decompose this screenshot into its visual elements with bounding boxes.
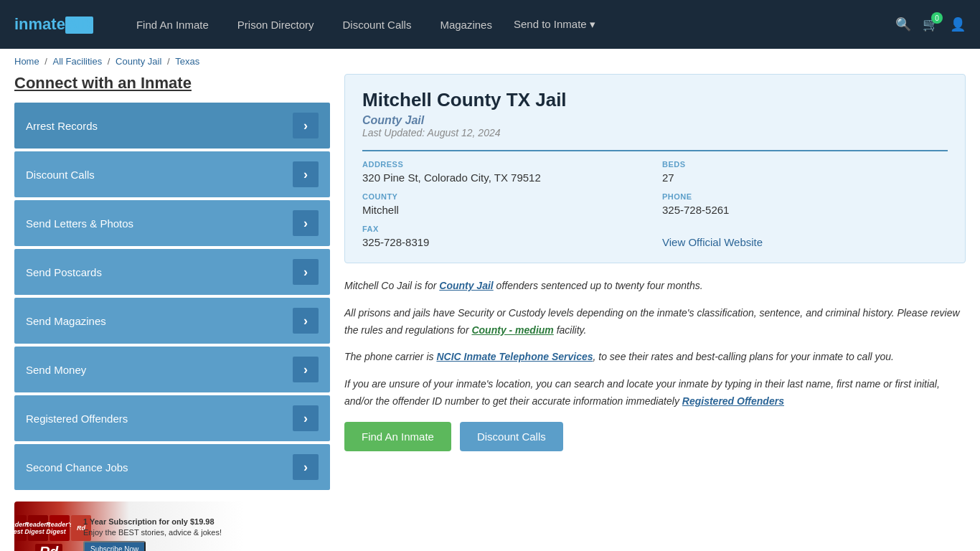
facility-updated: Last Updated: August 12, 2024 xyxy=(362,127,948,138)
nav-icons: 🔍 🛒 0 👤 xyxy=(895,17,966,32)
facility-card: Mitchell County TX Jail County Jail Last… xyxy=(344,74,966,263)
discount-calls-button[interactable]: Discount Calls xyxy=(460,422,563,451)
registered-offenders-link[interactable]: Registered Offenders xyxy=(682,395,784,407)
main-container: Connect with an Inmate Arrest Records › … xyxy=(0,74,980,551)
sidebar-item-label: Send Money xyxy=(26,364,86,376)
logo-text: inmateAID xyxy=(14,15,93,34)
sidebar-item-second-chance-jobs[interactable]: Second Chance Jobs › xyxy=(14,444,330,490)
sidebar-menu: Arrest Records › Discount Calls › Send L… xyxy=(14,103,330,490)
address-value: 320 Pine St, Colorado City, TX 79512 xyxy=(362,171,648,184)
nav-magazines[interactable]: Magazines xyxy=(425,19,507,31)
county-value: Mitchell xyxy=(362,204,648,216)
desc-para3-pre: The phone carrier is xyxy=(344,351,436,362)
sidebar-item-send-letters[interactable]: Send Letters & Photos › xyxy=(14,200,330,246)
sidebar-item-label: Second Chance Jobs xyxy=(26,461,128,474)
sidebar-item-label: Arrest Records xyxy=(26,120,98,132)
ad-logo: Rd xyxy=(35,544,63,552)
desc-para1: Mitchell Co Jail is for County Jail offe… xyxy=(344,278,966,295)
phone-group: PHONE 325-728-5261 xyxy=(662,192,948,216)
address-label: ADDRESS xyxy=(362,160,648,169)
facility-name: Mitchell County TX Jail xyxy=(362,89,948,111)
sidebar-item-label: Discount Calls xyxy=(26,169,95,181)
fax-label: FAX xyxy=(362,225,648,233)
sidebar-title: Connect with an Inmate xyxy=(14,74,330,93)
desc-para1-post: offenders sentenced up to twenty four mo… xyxy=(494,280,703,291)
breadcrumb-county-jail[interactable]: County Jail xyxy=(116,56,161,67)
nav-send-to-inmate[interactable]: Send to Inmate ▾ xyxy=(507,18,603,31)
beds-label: BEDS xyxy=(662,160,948,169)
beds-group: BEDS 27 xyxy=(662,160,948,184)
ncic-link[interactable]: NCIC Inmate Telephone Services xyxy=(436,351,593,362)
logo[interactable]: inmateAID xyxy=(14,15,93,34)
sidebar-item-send-postcards[interactable]: Send Postcards › xyxy=(14,249,330,295)
county-jail-link[interactable]: County Jail xyxy=(439,280,493,291)
desc-para1-pre: Mitchell Co Jail is for xyxy=(344,280,439,291)
cart-icon[interactable]: 🛒 0 xyxy=(923,17,938,32)
nav-find-inmate[interactable]: Find An Inmate xyxy=(122,19,223,31)
breadcrumb-all-facilities[interactable]: All Facilities xyxy=(53,56,103,67)
ad-inner: Reader'sDigest Reader'sDigest Reader'sDi… xyxy=(14,501,244,551)
ad-tagline: 1 Year Subscription for only $19.98 xyxy=(83,517,232,526)
content-area: Mitchell County TX Jail County Jail Last… xyxy=(344,74,966,551)
header: inmateAID Find An Inmate Prison Director… xyxy=(0,0,980,49)
sidebar: Connect with an Inmate Arrest Records › … xyxy=(14,74,330,551)
main-nav: Find An Inmate Prison Directory Discount… xyxy=(122,18,895,31)
sidebar-item-label: Send Letters & Photos xyxy=(26,217,133,230)
sidebar-item-registered-offenders[interactable]: Registered Offenders › xyxy=(14,395,330,441)
sidebar-item-label: Registered Offenders xyxy=(26,413,128,425)
nav-prison-directory[interactable]: Prison Directory xyxy=(223,19,329,31)
view-official-website-link[interactable]: View Official Website xyxy=(662,236,763,248)
beds-value: 27 xyxy=(662,171,948,184)
desc-para2: All prisons and jails have Security or C… xyxy=(344,305,966,339)
cart-badge: 0 xyxy=(931,12,943,24)
sidebar-item-send-money[interactable]: Send Money › xyxy=(14,347,330,392)
sidebar-item-send-magazines[interactable]: Send Magazines › xyxy=(14,298,330,344)
chevron-right-icon: › xyxy=(293,161,319,187)
chevron-right-icon: › xyxy=(293,405,319,431)
sidebar-item-label: Send Magazines xyxy=(26,315,106,327)
user-icon[interactable]: 👤 xyxy=(950,17,966,32)
sidebar-ad[interactable]: Reader'sDigest Reader'sDigest Reader'sDi… xyxy=(14,501,244,551)
ad-subtitle: Enjoy the BEST stories, advice & jokes! xyxy=(83,528,232,537)
nav-discount-calls[interactable]: Discount Calls xyxy=(329,19,426,31)
sidebar-item-label: Send Postcards xyxy=(26,266,102,278)
search-icon[interactable]: 🔍 xyxy=(895,17,911,32)
chevron-right-icon: › xyxy=(293,210,319,236)
find-inmate-button[interactable]: Find An Inmate xyxy=(344,422,451,451)
bottom-buttons: Find An Inmate Discount Calls xyxy=(344,422,966,451)
county-group: COUNTY Mitchell xyxy=(362,192,648,216)
fax-group: FAX 325-728-8319 xyxy=(362,225,648,248)
breadcrumb: Home / All Facilities / County Jail / Te… xyxy=(0,49,980,74)
ad-subscribe-button[interactable]: Subscribe Now xyxy=(83,541,146,551)
desc-para3: The phone carrier is NCIC Inmate Telepho… xyxy=(344,349,966,366)
chevron-right-icon: › xyxy=(293,454,319,480)
chevron-right-icon: › xyxy=(293,259,319,285)
chevron-right-icon: › xyxy=(293,113,319,138)
desc-para4-text: If you are unsure of your inmate's locat… xyxy=(344,378,940,407)
sidebar-item-arrest-records[interactable]: Arrest Records › xyxy=(14,103,330,149)
desc-para2-pre: All prisons and jails have Security or C… xyxy=(344,307,960,336)
county-label: COUNTY xyxy=(362,192,648,201)
desc-para2-post: facility. xyxy=(554,324,587,336)
facility-details: ADDRESS 320 Pine St, Colorado City, TX 7… xyxy=(362,160,948,248)
description: Mitchell Co Jail is for County Jail offe… xyxy=(344,278,966,410)
phone-value: 325-728-5261 xyxy=(662,204,948,216)
breadcrumb-texas[interactable]: Texas xyxy=(175,56,199,67)
breadcrumb-home[interactable]: Home xyxy=(14,56,39,67)
chevron-right-icon: › xyxy=(293,357,319,382)
facility-type: County Jail xyxy=(362,114,948,127)
address-group: ADDRESS 320 Pine St, Colorado City, TX 7… xyxy=(362,160,648,184)
chevron-right-icon: › xyxy=(293,308,319,334)
fax-value: 325-728-8319 xyxy=(362,236,648,248)
divider xyxy=(362,150,948,151)
sidebar-item-discount-calls[interactable]: Discount Calls › xyxy=(14,151,330,197)
desc-para3-post: , to see their rates and best-calling pl… xyxy=(593,351,894,362)
phone-label: PHONE xyxy=(662,192,948,201)
desc-para4: If you are unsure of your inmate's locat… xyxy=(344,376,966,410)
website-group: LINK View Official Website xyxy=(662,225,948,248)
county-medium-link[interactable]: County - medium xyxy=(471,324,553,336)
